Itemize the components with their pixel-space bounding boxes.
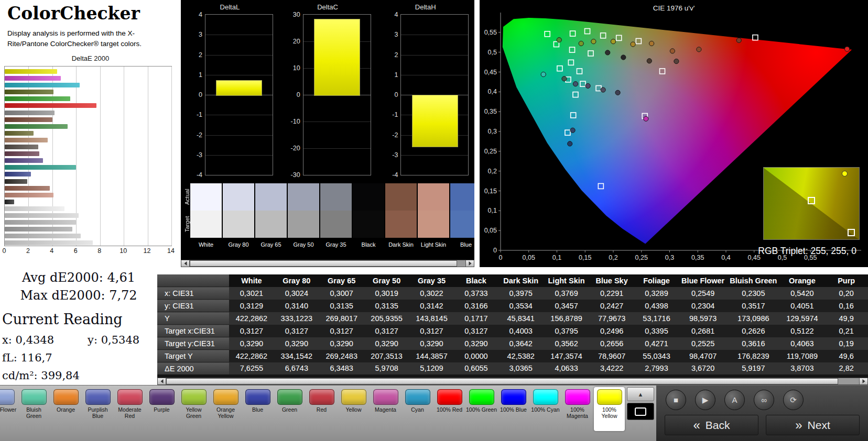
gridline bbox=[171, 67, 172, 246]
pattern-controls-stack: ▲ bbox=[627, 387, 654, 420]
next-button[interactable]: » Next bbox=[766, 415, 860, 435]
palette-item-blue-flower[interactable]: Blue Flower bbox=[0, 387, 17, 431]
palette-item-orange-yellow[interactable]: Orange Yellow bbox=[210, 387, 241, 431]
y-tick-label: 0 bbox=[199, 91, 202, 98]
table-cell: 0,4063 bbox=[779, 337, 824, 350]
current-fl: fL: 116,7 bbox=[2, 351, 157, 364]
table-cell: 0,3127 bbox=[364, 325, 409, 337]
table-cell: 0,2304 bbox=[679, 300, 727, 312]
table-column-header: Blue Sky bbox=[589, 274, 634, 287]
pattern-palette: Blue FlowerBluish GreenOrangePurplish Bl… bbox=[0, 387, 626, 431]
table-cell: 207,3513 bbox=[364, 350, 409, 362]
table-cell: 0,6055 bbox=[454, 362, 498, 375]
x-tick-label: 2 bbox=[26, 247, 30, 255]
pattern-window-button[interactable] bbox=[627, 403, 654, 420]
palette-item-yellow[interactable]: Yellow bbox=[338, 387, 369, 431]
table-scrollbar[interactable] bbox=[157, 378, 868, 385]
x-tick-label: 14 bbox=[167, 247, 175, 255]
inset-target-square bbox=[808, 197, 815, 204]
gridline bbox=[205, 75, 273, 75]
refresh-button[interactable]: ⟳ bbox=[783, 390, 804, 410]
x-tick-label: 6 bbox=[74, 247, 78, 255]
palette-item-red[interactable]: Red bbox=[306, 387, 337, 431]
cie-measured-point bbox=[541, 72, 546, 76]
gridline bbox=[401, 75, 468, 75]
palette-item-moderate-red[interactable]: Moderate Red bbox=[114, 387, 145, 431]
cie-measured-point bbox=[611, 39, 615, 44]
play-icon: ▶ bbox=[702, 395, 709, 405]
table-row: y: CIE310,31290,31400,31350,31350,31420,… bbox=[157, 300, 868, 312]
scroll-track[interactable] bbox=[190, 260, 465, 267]
scroll-thumb[interactable] bbox=[190, 260, 457, 267]
scroll-left-arrow-icon[interactable] bbox=[181, 260, 190, 267]
patch-swatch bbox=[255, 183, 287, 238]
eject-button[interactable]: ▲ bbox=[627, 387, 654, 401]
svg-text:0: 0 bbox=[499, 254, 503, 261]
scroll-right-arrow-icon[interactable] bbox=[465, 260, 474, 267]
x-tick-label: 12 bbox=[144, 247, 151, 255]
play-button[interactable]: ▶ bbox=[695, 390, 715, 410]
palette-item-yellow-green[interactable]: Yellow Green bbox=[178, 387, 209, 431]
svg-text:0,05: 0,05 bbox=[523, 254, 535, 261]
deltae-bar bbox=[5, 186, 50, 191]
table-row: x: CIE310,30210,30240,30070,30190,30220,… bbox=[157, 287, 868, 300]
delta-chart-title: DeltaL bbox=[181, 0, 279, 11]
scroll-track[interactable] bbox=[166, 378, 859, 384]
x-tick-label: 4 bbox=[50, 247, 53, 255]
patch-label: White bbox=[190, 238, 222, 248]
loop-icon: ∞ bbox=[761, 395, 767, 404]
table-column-header: Blue Flower bbox=[679, 274, 727, 287]
table-cell: 173,0986 bbox=[727, 312, 779, 325]
palette-item-blue[interactable]: Blue bbox=[242, 387, 273, 431]
table-column-header: Foliage bbox=[634, 274, 679, 287]
scroll-left-arrow-icon[interactable] bbox=[158, 378, 166, 384]
table-cell: 0,3021 bbox=[229, 287, 274, 300]
patch-strip-scrollbar[interactable] bbox=[181, 260, 474, 267]
table-cell: 42,5382 bbox=[498, 350, 544, 362]
svg-text:0,35: 0,35 bbox=[691, 254, 704, 261]
palette-item-cyan[interactable]: Cyan bbox=[402, 387, 433, 431]
svg-text:0,45: 0,45 bbox=[484, 69, 497, 76]
deltae-bar bbox=[5, 96, 70, 101]
target-row-label: Target bbox=[184, 211, 190, 238]
palette-item-purplish-blue[interactable]: Purplish Blue bbox=[82, 387, 113, 431]
y-tick-label: -2 bbox=[392, 131, 398, 139]
palette-item-100-blue[interactable]: 100% Blue bbox=[498, 387, 529, 431]
delta-bar bbox=[412, 95, 458, 147]
delta-chart-plot: 43210-1-2-3-4 bbox=[205, 14, 273, 175]
palette-item-100-red[interactable]: 100% Red bbox=[434, 387, 465, 431]
patch-columns: WhiteGray 80Gray 65Gray 50Gray 35BlackDa… bbox=[190, 183, 474, 248]
palette-item-100-green[interactable]: 100% Green bbox=[466, 387, 497, 431]
stop-button[interactable]: ■ bbox=[666, 390, 686, 410]
svg-text:0,1: 0,1 bbox=[552, 254, 561, 261]
scroll-thumb[interactable] bbox=[166, 378, 838, 384]
palette-item-green[interactable]: Green bbox=[274, 387, 305, 431]
table-cell: 0,3795 bbox=[544, 325, 589, 337]
patch-column: Gray 65 bbox=[255, 183, 287, 248]
back-button[interactable]: « Back bbox=[665, 415, 758, 435]
loop-button[interactable]: ∞ bbox=[754, 390, 774, 410]
palette-swatch bbox=[149, 389, 175, 405]
patch-actual bbox=[223, 183, 254, 211]
palette-item-bluish-green[interactable]: Bluish Green bbox=[18, 387, 49, 431]
gridline bbox=[401, 55, 468, 56]
page-title: ColorChecker bbox=[0, 0, 181, 24]
scroll-right-arrow-icon[interactable] bbox=[859, 378, 867, 384]
palette-item-orange[interactable]: Orange bbox=[50, 387, 81, 431]
palette-item-purple[interactable]: Purple bbox=[146, 387, 177, 431]
palette-item-magenta[interactable]: Magenta bbox=[370, 387, 401, 431]
palette-item-100-yellow[interactable]: 100% Yellow bbox=[594, 387, 625, 431]
gridline bbox=[205, 115, 273, 115]
palette-item-100-cyan[interactable]: 100% Cyan bbox=[530, 387, 561, 431]
deltae-chart-title: DeltaE 2000 bbox=[0, 54, 181, 62]
table-cell: 49,9 bbox=[824, 312, 868, 325]
cie-measured-point bbox=[697, 47, 701, 52]
table-cell: 3,0365 bbox=[498, 362, 544, 375]
auto-button[interactable]: A bbox=[724, 390, 745, 410]
table-cell: 0,2427 bbox=[589, 300, 634, 312]
palette-item-100-magenta[interactable]: 100% Magenta bbox=[562, 387, 593, 431]
table-cell: 6,6743 bbox=[274, 362, 319, 375]
table-row: Target y:CIE310,32900,32900,32900,32900,… bbox=[157, 337, 868, 350]
patch-row-labels: Actual Target bbox=[184, 183, 190, 238]
x-tick-label: 8 bbox=[97, 247, 101, 255]
